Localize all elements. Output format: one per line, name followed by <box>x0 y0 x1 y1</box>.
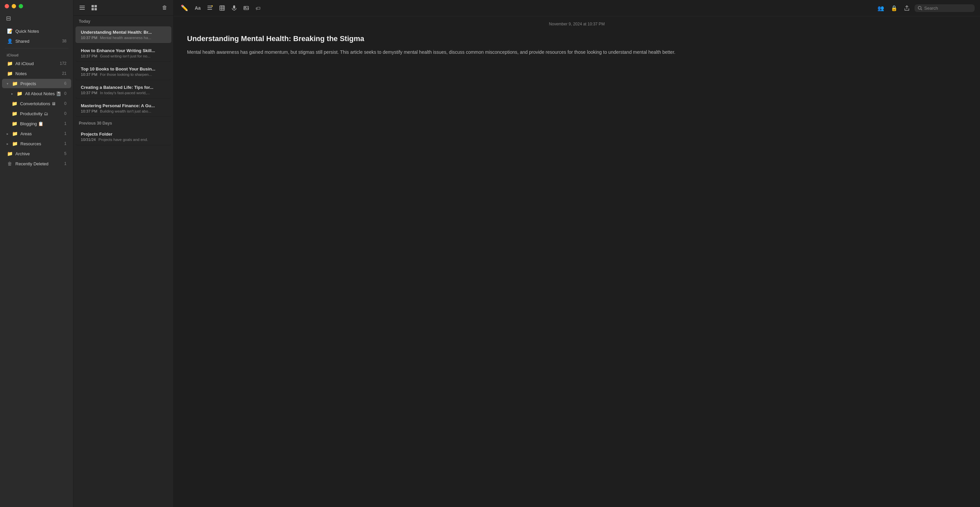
note-time: 10:37 PM <box>81 91 97 95</box>
maximize-button[interactable] <box>19 4 23 8</box>
format-button[interactable]: Aa <box>193 4 202 12</box>
svg-point-20 <box>918 6 921 9</box>
note-preview: Projects have goals and end. <box>99 138 148 141</box>
note-preview: Building wealth isn't just abo... <box>100 109 151 113</box>
traffic-lights <box>0 0 28 12</box>
chevron-down-icon: ▾ <box>7 82 8 86</box>
convertolutions-count: 0 <box>64 101 67 106</box>
sidebar-item-label: All iCloud <box>15 61 57 66</box>
svg-rect-4 <box>94 5 97 7</box>
note-editor[interactable]: Understanding Mental Health: Breaking th… <box>174 29 980 507</box>
sidebar-item-label: Productivity 🗂 <box>20 111 62 116</box>
svg-rect-5 <box>92 8 94 10</box>
icloud-section-label: iCloud <box>0 51 73 59</box>
sidebar-item-shared[interactable]: 👤 Shared 38 <box>2 37 71 46</box>
sidebar-item-areas[interactable]: ▸ 📁 Areas 1 <box>2 129 71 138</box>
notes-count: 21 <box>62 71 67 76</box>
sidebar-item-label: All About Notes 📓 <box>25 91 62 96</box>
note-title: Projects Folder <box>81 132 166 137</box>
note-item-3[interactable]: Top 10 Books to Boost Your Busin... 10:3… <box>75 63 171 80</box>
sidebar-item-notes[interactable]: 📁 Notes 21 <box>2 69 71 78</box>
areas-count: 1 <box>64 131 67 136</box>
folder-icon: 📁 <box>11 111 18 116</box>
sidebar-item-archive[interactable]: 📁 Archive 5 <box>2 149 71 158</box>
resources-count: 1 <box>64 141 67 146</box>
sidebar-item-productivity[interactable]: 📁 Productivity 🗂 0 <box>2 109 71 118</box>
folder-icon: 📁 <box>12 141 18 146</box>
sidebar-item-label: Resources <box>21 141 62 146</box>
note-time: 10:37 PM <box>81 109 97 113</box>
svg-rect-11 <box>220 6 224 10</box>
checklist-button[interactable] <box>206 4 215 12</box>
folder-icon: 📁 <box>7 70 13 76</box>
tag-button[interactable]: 🏷 <box>254 4 262 13</box>
search-input[interactable] <box>924 6 971 11</box>
sidebar-toggle-button[interactable]: ⊟ <box>5 13 12 23</box>
sidebar-item-convertolutions[interactable]: 📁 Convertolutions 🖥 0 <box>2 99 71 108</box>
folder-icon: 📁 <box>16 91 22 97</box>
folder-icon: 📁 <box>11 100 18 106</box>
lock-button[interactable]: 🔒 <box>889 3 899 13</box>
delete-note-button[interactable]: 🗑 <box>161 3 169 12</box>
share-button[interactable] <box>902 4 911 12</box>
note-item-1[interactable]: Understanding Mental Health: Br... 10:37… <box>75 26 171 43</box>
sidebar-item-quick-notes[interactable]: 📝 Quick Notes <box>2 26 71 36</box>
collaborate-button[interactable]: 👥 <box>876 3 886 13</box>
sidebar-item-projects[interactable]: ▾ 📁 Projects 6 <box>2 79 71 88</box>
sidebar-item-label: Shared <box>15 39 59 44</box>
notes-list-panel: 🗑 Today Understanding Mental Health: Br.… <box>73 0 174 507</box>
note-preview: Good writing isn't just for no... <box>100 54 150 58</box>
sidebar-item-all-about-notes[interactable]: ▸ 📁 All About Notes 📓 0 <box>2 89 71 98</box>
svg-rect-7 <box>207 6 212 6</box>
sidebar-divider <box>5 48 68 48</box>
sidebar-item-recently-deleted[interactable]: 🗑 Recently Deleted 1 <box>2 159 71 168</box>
note-preview: For those looking to sharpen... <box>100 73 152 76</box>
note-time: 10:37 PM <box>81 73 97 76</box>
new-note-button[interactable]: ✏️ <box>179 3 190 13</box>
close-button[interactable] <box>5 4 9 8</box>
sidebar-item-label: Notes <box>15 71 59 76</box>
svg-rect-2 <box>80 9 85 10</box>
svg-rect-8 <box>207 7 212 8</box>
note-item-2[interactable]: How to Enhance Your Writing Skill... 10:… <box>75 45 171 62</box>
sidebar-item-resources[interactable]: ▸ 📁 Resources 1 <box>2 139 71 148</box>
grid-view-button[interactable] <box>90 4 98 12</box>
note-item-4[interactable]: Creating a Balanced Life: Tips for... 10… <box>75 81 171 99</box>
shared-count: 38 <box>62 39 67 43</box>
note-item-5[interactable]: Mastering Personal Finance: A Gu... 10:3… <box>75 100 171 117</box>
media-button[interactable] <box>242 4 250 12</box>
sidebar-item-label: Areas <box>21 131 62 136</box>
shared-icon: 👤 <box>7 38 13 44</box>
note-preview: In today's fast-paced world,... <box>100 91 150 95</box>
folder-icon: 📁 <box>12 81 18 86</box>
svg-rect-6 <box>94 8 97 10</box>
svg-rect-3 <box>92 5 94 7</box>
note-item-6[interactable]: Projects Folder 10/31/24 Projects have g… <box>75 128 171 145</box>
note-title: Top 10 Books to Boost Your Busin... <box>81 67 166 72</box>
minimize-button[interactable] <box>12 4 16 8</box>
sidebar-item-all-icloud[interactable]: 📁 All iCloud 172 <box>2 59 71 68</box>
svg-rect-16 <box>233 5 235 9</box>
list-view-button[interactable] <box>78 4 86 12</box>
svg-rect-9 <box>207 9 212 10</box>
archive-count: 5 <box>64 151 67 156</box>
table-button[interactable] <box>218 4 226 12</box>
previous-header: Previous 30 Days <box>73 118 173 127</box>
today-header: Today <box>73 16 173 26</box>
blogging-count: 1 <box>64 121 67 126</box>
sidebar-item-label: Recently Deleted <box>15 161 62 166</box>
folder-icon: 📁 <box>7 60 13 67</box>
productivity-count: 0 <box>64 111 67 116</box>
note-date: November 9, 2024 at 10:37 PM <box>174 16 980 29</box>
note-time: 10:37 PM <box>81 36 97 40</box>
svg-line-21 <box>921 9 922 10</box>
sidebar-item-blogging[interactable]: 📁 Blogging 📋 1 <box>2 119 71 128</box>
folder-icon: 📁 <box>11 121 18 127</box>
main-toolbar: ✏️ Aa <box>174 0 980 16</box>
sidebar-item-label: Blogging 📋 <box>20 121 62 126</box>
note-body: Mental health awareness has gained momen… <box>187 48 967 56</box>
note-time: 10:37 PM <box>81 54 97 58</box>
chevron-right-icon: ▸ <box>11 92 13 95</box>
audio-button[interactable] <box>230 4 239 12</box>
search-icon <box>918 6 922 10</box>
